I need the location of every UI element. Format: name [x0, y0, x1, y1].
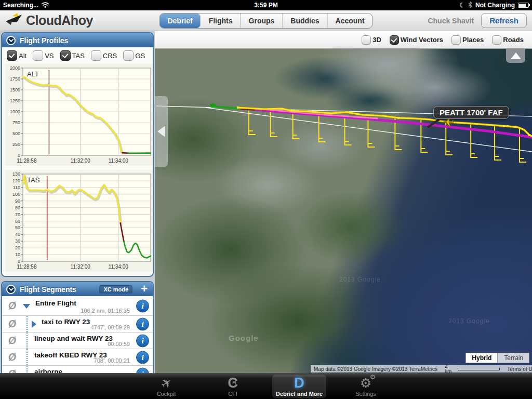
svg-text:90: 90 [15, 198, 20, 204]
tab-buddies[interactable]: Buddies [283, 14, 327, 28]
terms-of-use-link[interactable]: Terms of Use [504, 366, 532, 372]
info-icon[interactable]: i [136, 334, 149, 347]
content: Flight Profiles Alt VS TAS CRS GS 025050… [0, 31, 532, 373]
eye-hidden-icon[interactable]: Ø [8, 334, 17, 346]
svg-text:250: 250 [12, 142, 20, 147]
segment-row-taxi[interactable]: Ø taxi to RWY 23 4747', 00:09:29 i [2, 316, 153, 332]
checkbox-tas[interactable]: TAS [60, 50, 85, 61]
segment-list: Ø Entire Flight 106.2 nm, 01:16:35 i Ø t… [2, 296, 153, 373]
toggle-wind-vectors[interactable]: Wind Vectors [390, 35, 443, 45]
info-icon[interactable]: i [136, 299, 149, 312]
info-icon[interactable]: i [136, 317, 149, 330]
scale-label: 2 km [445, 363, 455, 373]
checkbox-vs[interactable]: VS [33, 50, 54, 61]
segment-row-takeoff[interactable]: Ø takeoff KBED RWY 23 708', 00:00:21 i [2, 349, 153, 366]
checkbox-box[interactable] [60, 50, 71, 61]
satellite-map[interactable]: ✈ Google 2013 Google 2013 Google PEATT 1… [155, 49, 532, 373]
carrier-label: Searching... [3, 2, 38, 9]
info-icon[interactable]: i [136, 367, 149, 373]
svg-text:500: 500 [12, 131, 20, 136]
tab-groups[interactable]: Groups [241, 14, 283, 28]
checkbox-gs[interactable]: GS [123, 50, 145, 61]
svg-text:11:28:58: 11:28:58 [17, 264, 37, 270]
altitude-profile-chart[interactable]: 02505007501000125015001750200011:28:5811… [5, 64, 151, 168]
hybrid-button[interactable]: Hybrid [466, 353, 498, 363]
svg-text:70: 70 [15, 212, 20, 217]
svg-text:50: 50 [15, 225, 20, 230]
collapse-toolbar-button[interactable] [506, 49, 525, 63]
triangle-left-icon [157, 126, 165, 137]
tab-account[interactable]: Account [328, 14, 373, 28]
segment-row-lineup[interactable]: Ø lineup and wait RWY 23 00:00:59 i [2, 332, 153, 349]
segment-row-entire-flight[interactable]: Ø Entire Flight 106.2 nm, 01:16:35 i [2, 296, 153, 316]
user-name: Chuck Shavit [428, 17, 474, 25]
tab-debrief[interactable]: Debrief [159, 14, 201, 28]
info-icon[interactable]: i [136, 351, 149, 364]
svg-text:40: 40 [15, 232, 20, 237]
tab-debrief-and-more[interactable]: D Debrief and More [272, 375, 326, 398]
flight-profiles-header[interactable]: Flight Profiles [2, 33, 153, 47]
tab-flights[interactable]: Flights [201, 14, 241, 28]
svg-text:11:34:00: 11:34:00 [109, 264, 129, 270]
collapse-arrow-icon[interactable] [23, 304, 30, 309]
tab-settings[interactable]: ⚙⚙ Settings [339, 375, 393, 398]
tab-cfi[interactable]: CFI CFI [206, 375, 260, 398]
moon-icon: ☾ [459, 2, 465, 9]
toggle-roads[interactable]: Roads [492, 35, 524, 45]
svg-text:2000: 2000 [10, 65, 20, 71]
expand-arrow-icon[interactable] [32, 321, 36, 328]
refresh-button[interactable]: Refresh [481, 13, 527, 28]
svg-text:11:32:00: 11:32:00 [71, 264, 91, 270]
checkbox-box[interactable] [451, 35, 461, 45]
xc-mode-button[interactable]: XC mode [99, 285, 132, 294]
svg-text:1250: 1250 [10, 98, 20, 103]
flight-segments-title: Flight Segments [20, 285, 76, 294]
checkbox-box[interactable] [492, 35, 501, 45]
terrain-button[interactable]: Terrain [498, 353, 529, 363]
svg-text:11:32:00: 11:32:00 [71, 158, 91, 164]
checkbox-box[interactable] [91, 50, 101, 61]
collapse-chevron-icon[interactable] [6, 285, 16, 294]
collapse-chevron-icon[interactable] [6, 36, 16, 45]
flight-segments-panel: Flight Segments XC mode + Ø Entire Fligh… [1, 281, 154, 373]
indent-guide [26, 332, 28, 349]
svg-text:130: 130 [12, 171, 20, 177]
waypoint-label-peatt[interactable]: PEATT 1700' FAF [433, 106, 509, 119]
logo-text: CloudAhoy [26, 13, 93, 28]
cloudahoy-logo: CloudAhoy [5, 12, 93, 29]
eye-hidden-icon[interactable]: Ø [8, 299, 17, 311]
map-watermark: 2013 Google [339, 276, 381, 283]
google-logo-watermark: Google [229, 334, 259, 342]
flight-segments-header[interactable]: Flight Segments XC mode + [2, 282, 153, 296]
toggle-3d[interactable]: 3D [362, 35, 381, 45]
clock: 3:59 PM [254, 2, 277, 9]
map-watermark: 2013 Google [448, 317, 490, 325]
svg-text:750: 750 [12, 120, 20, 125]
tas-profile-chart[interactable]: 010203040506070809010011012013011:28:581… [5, 170, 151, 274]
toggle-places[interactable]: Places [451, 35, 484, 45]
checkbox-alt[interactable]: Alt [7, 50, 26, 61]
add-segment-button[interactable]: + [141, 284, 148, 294]
segment-row-airborne[interactable]: Ø airborne i [2, 366, 153, 373]
eye-hidden-icon[interactable]: Ø [8, 317, 17, 329]
indent-guide [26, 349, 28, 365]
map-attribution-bar: Map data ©2013 Google Imagery ©2013 Terr… [311, 365, 532, 373]
svg-text:100: 100 [12, 192, 20, 197]
debrief-d-icon: D [294, 375, 304, 391]
checkbox-box[interactable] [362, 35, 371, 45]
checkbox-box[interactable] [7, 50, 17, 61]
svg-text:20: 20 [15, 245, 20, 250]
svg-text:ALT: ALT [27, 70, 39, 78]
checkbox-box[interactable] [123, 50, 134, 61]
checkbox-crs[interactable]: CRS [91, 50, 117, 61]
collapse-sidebar-button[interactable] [155, 96, 168, 167]
svg-text:1750: 1750 [10, 76, 20, 82]
checkbox-box[interactable] [33, 50, 43, 61]
svg-text:1500: 1500 [10, 87, 20, 92]
check-icon [62, 52, 68, 58]
eye-hidden-icon[interactable]: Ø [8, 367, 17, 373]
tab-cockpit[interactable]: ✈ Cockpit [139, 375, 193, 398]
checkbox-box[interactable] [390, 35, 399, 45]
map-area: 3D Wind Vectors Places Roads ✈ Google 20… [155, 31, 532, 373]
eye-hidden-icon[interactable]: Ø [8, 351, 17, 363]
